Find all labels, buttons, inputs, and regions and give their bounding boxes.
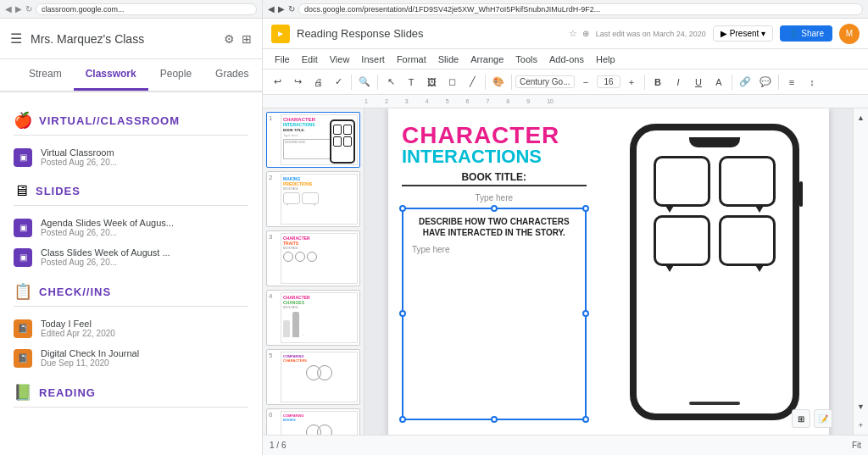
slide-bottom-toolbar: ⊞ 📝: [792, 409, 832, 428]
toolbar-paintformat[interactable]: 🎨: [489, 73, 508, 92]
item-digital-checkin[interactable]: 📓 Digital Check In Journal Due Sep 11, 2…: [14, 343, 248, 373]
grid-view-btn[interactable]: ⊞: [792, 409, 810, 428]
toolbar-shapes[interactable]: ◻: [442, 73, 461, 92]
font-selector[interactable]: Century Go...: [515, 75, 575, 88]
nav-classwork[interactable]: Classwork: [74, 59, 148, 91]
handle-mr[interactable]: [582, 310, 589, 317]
right-panel: ◀ ▶ ↻ docs.google.com/presentation/d/1FD…: [263, 0, 868, 455]
sep-2: [377, 75, 378, 90]
nav-people[interactable]: People: [148, 59, 203, 91]
slide-thumb-1[interactable]: 1 CHARACTER INTERACTIONS BOOK TITLE: Typ…: [266, 112, 360, 168]
toolbar: ↩ ↪ 🖨 ✓ 🔍 ↖ T 🖼 ◻ ╱ 🎨 Century Go... − 16…: [263, 69, 868, 95]
menu-format[interactable]: Format: [392, 53, 431, 66]
share-icon: 👤: [788, 29, 798, 38]
section-title-virtual: VIRTUAL//CLASSROOM: [39, 114, 180, 127]
toolbar-comment[interactable]: 💬: [756, 73, 775, 92]
hamburger-icon[interactable]: ☰: [10, 31, 22, 47]
slide-content-right: [600, 108, 829, 435]
handle-tr[interactable]: [582, 205, 589, 212]
font-size-down[interactable]: −: [576, 73, 595, 92]
font-size-up[interactable]: +: [622, 73, 641, 92]
back-btn-right[interactable]: ◀: [268, 4, 275, 14]
nav-stream[interactable]: Stream: [17, 59, 74, 91]
menu-edit[interactable]: Edit: [297, 53, 323, 66]
toolbar-textbox[interactable]: T: [402, 73, 420, 92]
slide-thumb-6[interactable]: 6 COMPARING BOOKS: [266, 408, 360, 435]
toolbar-print[interactable]: 🖨: [309, 73, 327, 92]
divider-2: [14, 205, 248, 206]
menu-view[interactable]: View: [325, 53, 355, 66]
settings-icon[interactable]: ⚙: [224, 32, 235, 46]
type-here-inner[interactable]: Type here: [410, 243, 578, 256]
menu-tools[interactable]: Tools: [510, 53, 542, 66]
section-title-checkins: CHECK//INS: [39, 286, 111, 298]
speaker-notes-btn[interactable]: 📝: [814, 409, 832, 428]
toolbar-redo[interactable]: ↪: [288, 73, 307, 92]
toolbar-image[interactable]: 🖼: [422, 73, 441, 92]
slide-num-5: 5: [269, 352, 277, 359]
item-virtual-classroom[interactable]: ▣ Virtual Classroom Posted Aug 26, 20...: [14, 142, 248, 172]
refresh-btn[interactable]: ↻: [25, 4, 32, 14]
forward-btn[interactable]: ▶: [15, 4, 22, 14]
character-title-line1: CHARACTER: [402, 124, 587, 147]
font-size-box[interactable]: 16: [597, 75, 620, 88]
grid-icon[interactable]: ⊞: [242, 32, 252, 46]
sidebar-scroll-down[interactable]: ▼: [855, 401, 867, 413]
menu-help[interactable]: Help: [591, 53, 620, 66]
toolbar-zoom[interactable]: 🔍: [355, 73, 374, 92]
item-class-slides[interactable]: ▣ Class Slides Week of August ... Posted…: [14, 242, 248, 272]
nav-grades[interactable]: Grades: [203, 59, 260, 91]
zoom-display[interactable]: Fit: [852, 441, 861, 450]
sidebar-scroll-up[interactable]: ▲: [855, 112, 867, 124]
handle-tm[interactable]: [491, 205, 498, 212]
toolbar-cursor[interactable]: ↖: [381, 73, 400, 92]
toolbar-spellcheck[interactable]: ✓: [329, 73, 348, 92]
menu-arrange[interactable]: Arrange: [465, 53, 509, 66]
slide-thumb-5[interactable]: 5 COMPARING CHARACTERS: [266, 349, 360, 405]
item-agenda-slides[interactable]: ▣ Agenda Slides Week of Augus... Posted …: [14, 213, 248, 242]
menu-file[interactable]: File: [270, 53, 295, 66]
text-box[interactable]: DESCRIBE HOW TWO CHARACTERS HAVE INTERAC…: [402, 208, 587, 420]
item-name-4: Today I Feel: [41, 319, 248, 329]
slide-preview-6: COMPARING BOOKS: [281, 411, 358, 435]
type-here-placeholder[interactable]: Type here: [402, 193, 587, 203]
url-bar-left[interactable]: classroom.google.com...: [36, 3, 257, 15]
handle-bl[interactable]: [399, 416, 406, 423]
speech-bubble-2: [719, 156, 776, 207]
forward-btn-right[interactable]: ▶: [278, 4, 285, 14]
back-btn[interactable]: ◀: [5, 4, 12, 14]
handle-ml[interactable]: [399, 310, 406, 317]
checkins-icon: 📋: [14, 282, 32, 301]
toolbar-textcolor[interactable]: A: [709, 73, 728, 92]
toolbar-bold[interactable]: B: [648, 73, 667, 92]
sep-5: [644, 75, 645, 90]
toolbar-line-spacing[interactable]: ↕: [803, 73, 821, 92]
toolbar-italic[interactable]: I: [669, 73, 687, 92]
right-sidebar: ▲ ▼ +: [853, 108, 868, 435]
url-bar-right[interactable]: docs.google.com/presentation/d/1FD9SV42j…: [298, 3, 863, 15]
star-icon[interactable]: ☆: [569, 28, 577, 39]
toolbar-link[interactable]: 🔗: [736, 73, 754, 92]
toolbar-align-left[interactable]: ≡: [782, 73, 801, 92]
toolbar-underline[interactable]: U: [689, 73, 708, 92]
menu-slide[interactable]: Slide: [433, 53, 464, 66]
item-today-i-feel[interactable]: 📓 Today I Feel Edited Apr 22, 2020: [14, 314, 248, 343]
menu-insert[interactable]: Insert: [356, 53, 390, 66]
toolbar-line[interactable]: ╱: [463, 73, 481, 92]
refresh-btn-right[interactable]: ↻: [288, 4, 295, 14]
user-avatar[interactable]: M: [839, 24, 860, 44]
present-button[interactable]: ▶ Present ▾: [713, 25, 773, 42]
slide-thumb-2[interactable]: 2 MAKING PREDICTIONS BOOK PAGE:: [266, 171, 360, 227]
slide-thumb-3[interactable]: 3 CHARACTER TRAITS BOOK PAGE:: [266, 230, 360, 286]
handle-tl[interactable]: [399, 205, 406, 212]
describe-prompt: DESCRIBE HOW TWO CHARACTERS HAVE INTERAC…: [410, 216, 578, 238]
handle-bm[interactable]: [491, 416, 498, 423]
slide-thumb-4[interactable]: 4 CHARACTER CHANGES BOOK PAGE: →: [266, 290, 360, 346]
handle-br[interactable]: [582, 416, 589, 423]
slide-num-6: 6: [269, 411, 277, 419]
share-button[interactable]: 👤 Share: [780, 25, 832, 42]
toolbar-undo[interactable]: ↩: [268, 73, 287, 92]
sidebar-plus[interactable]: +: [855, 419, 867, 431]
menu-addons[interactable]: Add-ons: [544, 53, 589, 66]
item-name-3: Class Slides Week of August ...: [41, 247, 248, 258]
